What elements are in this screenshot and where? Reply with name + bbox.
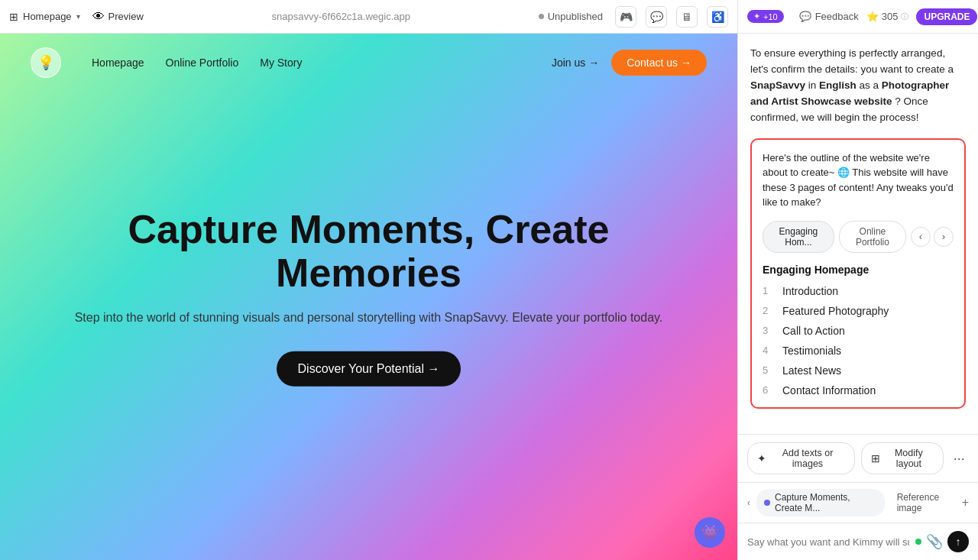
join-button[interactable]: Join us → [552,57,599,69]
ref-plus-btn[interactable]: + [962,496,969,510]
section-num-2: 2 [763,305,775,316]
section-num-3: 3 [763,325,775,336]
language: English [819,79,857,91]
points-value: 305 [882,11,899,22]
hero-content: Capture Moments, Create Memories Step in… [74,207,664,386]
section-num-5: 5 [763,364,775,376]
reference-pill[interactable]: Capture Moments, Create M... [756,489,885,516]
upgrade-button[interactable]: UPGRADE [916,8,977,25]
site-url: snapsavvy-6f662c1a.wegic.app [156,11,526,22]
info-icon: ⓘ [901,11,908,22]
unpublished-label: Unpublished [548,11,603,22]
chevron-left-icon: ‹ [747,497,750,508]
ai-toolbar: ✦ Add texts or images ⊞ Modify layout ··… [738,434,978,482]
brand-name: SnapSavvy [750,79,805,91]
send-button[interactable]: ↑ [947,531,969,552]
section-item-1: 1 Introduction [763,285,954,297]
tab-online-portfolio[interactable]: Online Portfolio [839,221,906,253]
nav-mystory[interactable]: My Story [260,57,302,69]
add-label: Add texts or images [770,448,845,469]
site-logo: 💡 [31,47,61,78]
ai-chat-area: To ensure everything is perfectly arrang… [738,34,978,434]
ref-dot [764,500,770,506]
online-dot [915,539,921,545]
section-label-3: Call to Action [782,325,845,337]
hero-cta-button[interactable]: Discover Your Potential → [277,351,461,387]
section-num-6: 6 [763,384,775,396]
section-item-6: 6 Contact Information [763,384,954,397]
send-area: 📎 ↑ [915,531,969,552]
tab-next-btn[interactable]: › [934,227,954,247]
attach-button[interactable]: 📎 [926,533,943,550]
hero-title: Capture Moments, Create Memories [74,207,664,294]
top-bar-actions: 🎮 💬 🖥 ♿ [615,6,728,28]
nav-homepage[interactable]: Homepage [92,57,144,69]
star-icon: ⭐ [866,11,879,22]
hero-subtitle: Step into the world of stunning visuals … [74,309,664,327]
section-label-5: Latest News [782,364,841,377]
ai-version-badge: ✦ +10 [747,10,784,23]
preview-area: ⊞ Homepage ▾ 👁 Preview snapsavvy-6f662c1… [0,0,737,560]
section-list: 1 Introduction 2 Featured Photography 3 … [763,285,954,397]
homepage-tab[interactable]: ⊞ Homepage ▾ [9,11,80,23]
unpublished-badge: Unpublished [539,11,603,22]
top-bar: ⊞ Homepage ▾ 👁 Preview snapsavvy-6f662c1… [0,0,737,34]
tab-engaging-homepage[interactable]: Engaging Hom... [763,221,834,253]
tabs-row: Engaging Hom... Online Portfolio ‹ › [763,221,954,253]
ref-image-label: Reference image [897,492,956,513]
nav-portfolio[interactable]: Online Portfolio [166,57,239,69]
section-title: Engaging Homepage [763,264,954,276]
section-label-6: Contact Information [782,384,876,397]
feedback-label: Feedback [815,11,859,22]
ai-panel: ✦ +10 💬 Feedback ⭐ 305 ⓘ UPGRADE ? To en… [737,0,978,560]
tab-nav: ‹ › [911,227,954,247]
avatar: 👾 [695,517,725,548]
add-icon: ✦ [757,452,766,465]
version-label: +10 [763,12,778,21]
desktop-btn[interactable]: 🖥 [676,6,698,28]
homepage-label: Homepage [23,11,72,22]
add-texts-images-button[interactable]: ✦ Add texts or images [747,442,855,474]
section-item-4: 4 Testimonials [763,345,954,357]
plus-icon: ✦ [753,11,760,21]
ai-top-bar: ✦ +10 💬 Feedback ⭐ 305 ⓘ UPGRADE ? [738,0,978,34]
section-label-1: Introduction [782,285,838,297]
more-options-button[interactable]: ··· [950,448,969,469]
contact-button[interactable]: Contact us → [611,50,707,76]
ref-pill-text: Capture Moments, Create M... [775,492,877,513]
status-dot [539,14,544,19]
layout-icon: ⊞ [871,452,880,465]
nav-links: Homepage Online Portfolio My Story [92,57,552,69]
website-frame: 💡 Homepage Online Portfolio My Story Joi… [0,34,737,560]
eye-icon: 👁 [92,10,105,24]
confirm-message: To ensure everything is perfectly arrang… [750,46,966,126]
section-num-4: 4 [763,345,775,356]
points-badge: ⭐ 305 ⓘ [866,11,909,22]
preview-label: Preview [108,11,144,22]
discord-btn[interactable]: 🎮 [615,6,636,28]
feedback-icon: 💬 [799,11,811,22]
outline-card: Here's the outline of the website we're … [750,138,966,409]
modify-layout-button[interactable]: ⊞ Modify layout [861,442,944,474]
preview-btn[interactable]: 👁 Preview [92,10,144,24]
section-num-1: 1 [763,285,775,296]
reference-row: ‹ Capture Moments, Create M... Reference… [738,482,978,523]
section-label-2: Featured Photography [782,305,889,317]
section-item-3: 3 Call to Action [763,325,954,337]
tab-prev-btn[interactable]: ‹ [911,227,931,247]
feedback-button[interactable]: 💬 Feedback [799,11,859,22]
section-item-5: 5 Latest News [763,364,954,377]
chat-btn[interactable]: 💬 [646,6,667,28]
site-nav: 💡 Homepage Online Portfolio My Story Joi… [0,34,737,92]
nav-actions: Join us → Contact us → [552,50,707,76]
section-label-4: Testimonials [782,345,841,357]
chat-input-row: 📎 ↑ [738,523,978,560]
modify-label: Modify layout [884,448,934,469]
accessibility-btn[interactable]: ♿ [707,6,728,28]
chevron-down-icon: ▾ [76,12,80,21]
chat-input[interactable] [747,536,909,548]
section-item-2: 2 Featured Photography [763,305,954,317]
homepage-grid-icon: ⊞ [9,11,18,23]
outline-intro: Here's the outline of the website we're … [763,151,954,210]
